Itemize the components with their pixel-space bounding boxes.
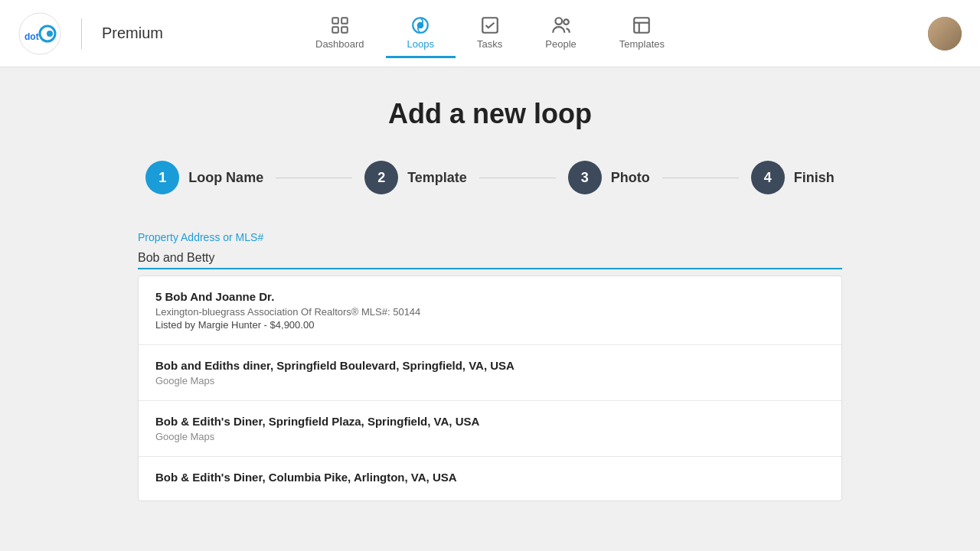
step-line-2	[479, 178, 556, 178]
stepper: 1 Loop Name 2 Template 3 Photo 4 Finish	[15, 161, 965, 194]
step-3: 3 Photo	[568, 161, 650, 194]
dropdown-item-4-title: Bob & Edith's Diner, Columbia Pike, Arli…	[155, 471, 825, 484]
svg-point-3	[47, 31, 53, 37]
svg-rect-7	[341, 27, 348, 33]
step-line-1	[276, 178, 352, 178]
nav-label-people: People	[545, 38, 576, 50]
nav-item-loops[interactable]: Loops	[386, 9, 456, 58]
property-address-input[interactable]	[138, 248, 842, 269]
svg-text:dot: dot	[24, 31, 39, 42]
step-4: 4 Finish	[751, 161, 835, 194]
dropdown-item-1-sub: Lexington-bluegrass Association Of Realt…	[155, 306, 825, 318]
svg-rect-4	[332, 18, 338, 24]
dropdown-item-1-price: Listed by Margie Hunter - $4,900.00	[155, 319, 825, 331]
avatar-image	[928, 17, 962, 51]
tasks-icon	[480, 15, 500, 35]
step-label-4: Finish	[794, 170, 835, 186]
page-title: Add a new loop	[15, 98, 965, 130]
nav-item-people[interactable]: People	[524, 9, 597, 58]
svg-rect-5	[341, 18, 348, 24]
dropdown-item-3-title: Bob & Edith's Diner, Springfield Plaza, …	[155, 415, 825, 428]
logo[interactable]: dot Premium	[18, 12, 163, 55]
nav-item-tasks[interactable]: Tasks	[456, 9, 524, 58]
svg-point-12	[564, 19, 569, 24]
nav-item-templates[interactable]: Templates	[598, 9, 686, 58]
dropdown-item-3-source: Google Maps	[155, 431, 825, 442]
templates-icon	[632, 15, 652, 35]
step-label-1: Loop Name	[188, 170, 263, 186]
nav-label-dashboard: Dashboard	[315, 38, 364, 50]
dropdown-item-1-title: 5 Bob And Joanne Dr.	[155, 290, 825, 303]
svg-rect-13	[635, 18, 650, 33]
premium-label: Premium	[102, 24, 163, 42]
nav-label-templates: Templates	[619, 38, 665, 50]
step-circle-1: 1	[145, 161, 179, 194]
dropdown-item-1[interactable]: 5 Bob And Joanne Dr. Lexington-bluegrass…	[139, 276, 841, 345]
user-avatar[interactable]	[928, 17, 962, 51]
step-1: 1 Loop Name	[145, 161, 263, 194]
svg-rect-6	[332, 27, 338, 33]
form-section: Property Address or MLS# 5 Bob And Joann…	[122, 231, 858, 501]
step-circle-3: 3	[568, 161, 602, 194]
loops-icon	[410, 15, 430, 35]
field-label: Property Address or MLS#	[138, 231, 842, 243]
logo-divider	[81, 18, 82, 49]
dropdown-item-2-source: Google Maps	[155, 375, 825, 386]
navigation: dot Premium Dashboard Loops	[0, 0, 980, 67]
people-icon	[551, 15, 571, 35]
nav-item-dashboard[interactable]: Dashboard	[294, 9, 386, 58]
dropdown-item-4[interactable]: Bob & Edith's Diner, Columbia Pike, Arli…	[139, 457, 841, 500]
step-line-3	[662, 178, 739, 178]
logo-icon: dot	[18, 12, 61, 55]
dropdown-item-2-title: Bob and Ediths diner, Springfield Boulev…	[155, 359, 825, 372]
main-content: Add a new loop 1 Loop Name 2 Template 3 …	[0, 67, 980, 517]
dropdown-item-3[interactable]: Bob & Edith's Diner, Springfield Plaza, …	[139, 401, 841, 457]
step-2: 2 Template	[364, 161, 467, 194]
nav-label-loops: Loops	[407, 38, 434, 50]
step-label-3: Photo	[611, 170, 650, 186]
nav-label-tasks: Tasks	[477, 38, 502, 50]
nav-center: Dashboard Loops Tasks	[294, 9, 686, 58]
svg-point-11	[555, 18, 562, 24]
dropdown-item-2[interactable]: Bob and Ediths diner, Springfield Boulev…	[139, 345, 841, 401]
step-label-2: Template	[407, 170, 467, 186]
dashboard-icon	[330, 15, 350, 35]
step-circle-4: 4	[751, 161, 785, 194]
step-circle-2: 2	[364, 161, 398, 194]
address-dropdown: 5 Bob And Joanne Dr. Lexington-bluegrass…	[138, 276, 842, 501]
